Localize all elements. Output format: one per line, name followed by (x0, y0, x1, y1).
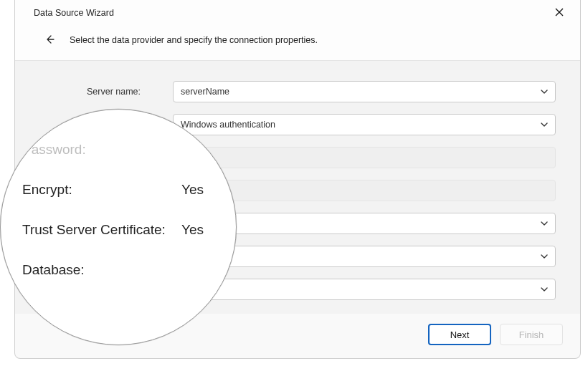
lens-encrypt-value: Yes (176, 182, 219, 198)
lens-database-label: Database: (22, 262, 85, 278)
close-button[interactable] (549, 4, 570, 21)
auth-field[interactable]: Windows authentication (173, 114, 556, 135)
lens-row-database: Database: (22, 250, 219, 290)
back-button[interactable] (42, 33, 57, 47)
lens-content: Password: Encrypt: Yes Trust Server Cert… (1, 110, 236, 345)
next-button[interactable]: Next (428, 324, 491, 345)
lens-row-password: Password: (22, 130, 219, 170)
lens-row-trust: Trust Server Certificate: Yes (22, 210, 219, 250)
lens-trust-value: Yes (176, 222, 219, 238)
server-name-field[interactable]: serverName (173, 81, 556, 102)
username-field (173, 147, 556, 168)
username-input (173, 147, 556, 168)
auth-value: Windows authentication (173, 114, 556, 135)
server-name-value: serverName (173, 81, 556, 102)
row-server-name: Server name: serverName (87, 81, 556, 102)
instruction-bar: Select the data provider and specify the… (15, 26, 580, 61)
database-value (173, 279, 556, 300)
lens-trust-label: Trust Server Certificate: (22, 222, 166, 238)
window-title: Data Source Wizard (34, 8, 114, 18)
magnifier-lens: Password: Encrypt: Yes Trust Server Cert… (0, 109, 237, 345)
lens-encrypt-label: Encrypt: (22, 182, 72, 198)
close-icon (555, 8, 564, 19)
titlebar: Data Source Wizard (15, 0, 580, 26)
lens-row-encrypt: Encrypt: Yes (22, 170, 219, 210)
instruction-text: Select the data provider and specify the… (70, 35, 318, 45)
database-field[interactable] (173, 279, 556, 300)
arrow-left-icon (44, 34, 54, 47)
finish-button: Finish (500, 324, 563, 345)
server-name-label: Server name: (87, 87, 173, 97)
